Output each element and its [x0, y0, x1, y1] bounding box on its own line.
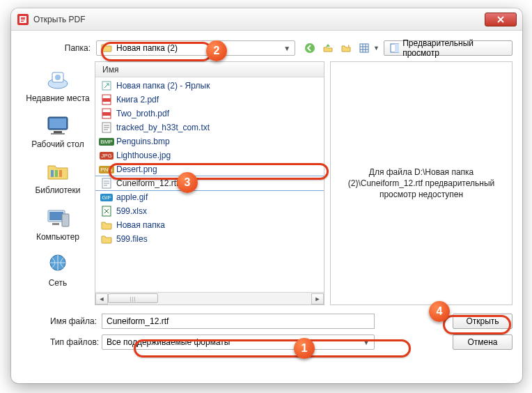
- file-name: Two_broth.pdf: [116, 109, 169, 118]
- file-item[interactable]: 599.files: [95, 232, 324, 246]
- sidebar-item-desktop[interactable]: Рабочий стол: [24, 113, 91, 149]
- file-list: Имя Новая папка (2) - ЯрлыкКнига 2.pdfTw…: [95, 61, 324, 305]
- folder-icon: [101, 43, 112, 54]
- filetype-value: Все поддерживаемые форматы: [107, 337, 230, 347]
- svg-rect-24: [102, 112, 111, 116]
- file-list-header[interactable]: Имя: [95, 62, 324, 77]
- filetype-label: Тип файлов:: [21, 337, 102, 347]
- preview-pane: Для файла D:\Новая папка (2)\Cuneiform_1…: [330, 61, 513, 305]
- filename-input[interactable]: [102, 314, 375, 329]
- file-name: Новая папка (2) - Ярлык: [116, 81, 210, 91]
- nav-up-button[interactable]: [320, 40, 336, 56]
- app-icon: [17, 13, 29, 26]
- file-icon: [101, 108, 112, 119]
- filename-label: Имя файла:: [21, 316, 102, 326]
- chevron-down-icon: ▼: [363, 339, 370, 346]
- file-item[interactable]: Книга 2.pdf: [95, 93, 324, 107]
- preview-toggle-button[interactable]: Предварительный просмотр: [384, 40, 513, 56]
- file-item[interactable]: PNGDesert.png: [95, 162, 324, 176]
- svg-rect-4: [395, 44, 399, 52]
- svg-point-7: [55, 75, 61, 80]
- chevron-down-icon: ▼: [373, 45, 380, 52]
- svg-rect-16: [49, 212, 63, 220]
- file-icon: [101, 233, 112, 245]
- nav-view-button[interactable]: [357, 40, 372, 56]
- folder-name: Новая папка (2): [116, 43, 178, 53]
- file-icon: [101, 178, 112, 189]
- folder-label: Папка:: [21, 43, 96, 53]
- file-icon: [101, 94, 112, 105]
- file-item[interactable]: tracked_by_h33t_com.txt: [95, 121, 324, 134]
- recent-icon: [44, 67, 72, 92]
- chevron-down-icon: ▼: [283, 45, 290, 52]
- file-name: Penguins.bmp: [116, 137, 170, 146]
- file-name: tracked_by_h33t_com.txt: [116, 123, 210, 132]
- cancel-button[interactable]: Отмена: [453, 334, 513, 350]
- sidebar-item-computer[interactable]: Компьютер: [24, 206, 91, 242]
- svg-rect-2: [360, 44, 368, 52]
- horizontal-scrollbar[interactable]: ◄ ||| ►: [95, 292, 324, 305]
- close-button[interactable]: [485, 13, 517, 26]
- folder-combo[interactable]: Новая папка (2) ▼: [96, 40, 295, 56]
- file-icon: [101, 219, 112, 231]
- file-icon: [101, 122, 112, 133]
- preview-icon: [390, 43, 399, 53]
- svg-rect-17: [62, 214, 69, 226]
- svg-rect-18: [52, 223, 59, 225]
- libraries-icon: [44, 159, 72, 184]
- sidebar-item-network[interactable]: Сеть: [24, 252, 91, 288]
- file-item[interactable]: 599.xlsx: [95, 204, 324, 218]
- open-button[interactable]: Открыть: [453, 314, 513, 329]
- sidebar-item-libraries[interactable]: Библиотеки: [24, 159, 91, 195]
- window-title: Открыть PDF: [33, 15, 485, 24]
- places-sidebar: Недавние места Рабочий стол Библиотеки К…: [21, 61, 95, 305]
- dialog-window: Открыть PDF Папка: Новая папка (2) ▼ ▼: [11, 8, 522, 383]
- filetype-combo[interactable]: Все поддерживаемые форматы ▼: [102, 334, 375, 350]
- file-item[interactable]: Новая папка (2) - Ярлык: [95, 79, 324, 93]
- svg-rect-14: [59, 170, 62, 177]
- file-icon: JPG: [101, 150, 112, 161]
- preview-button-label: Предварительный просмотр: [402, 38, 506, 58]
- file-name: Lighthouse.jpg: [116, 151, 171, 160]
- file-icon: [101, 80, 112, 91]
- file-item[interactable]: GIFapple.gif: [95, 190, 324, 204]
- nav-newfolder-button[interactable]: [338, 40, 354, 56]
- file-item[interactable]: Новая папка: [95, 218, 324, 232]
- file-icon: [101, 206, 112, 217]
- svg-rect-22: [102, 98, 111, 102]
- svg-rect-12: [51, 170, 54, 177]
- svg-rect-13: [55, 170, 58, 177]
- file-item[interactable]: Cuneiform_12.rtf: [95, 176, 324, 190]
- file-name: Книга 2.pdf: [116, 95, 159, 105]
- svg-point-1: [305, 43, 315, 53]
- file-name: Desert.png: [116, 164, 157, 174]
- file-item[interactable]: Two_broth.pdf: [95, 107, 324, 121]
- nav-back-button[interactable]: [302, 40, 318, 56]
- scroll-left-button[interactable]: ◄: [95, 293, 108, 305]
- file-item[interactable]: JPGLighthouse.jpg: [95, 148, 324, 162]
- file-name: 599.xlsx: [116, 206, 147, 216]
- file-name: Новая папка: [116, 220, 165, 230]
- sidebar-item-recent[interactable]: Недавние места: [24, 67, 91, 103]
- file-icon: GIF: [101, 192, 112, 203]
- scroll-right-button[interactable]: ►: [311, 293, 324, 305]
- computer-icon: [44, 206, 72, 231]
- titlebar: Открыть PDF: [11, 8, 522, 31]
- preview-message: Для файла D:\Новая папка (2)\Cuneiform_1…: [339, 167, 503, 201]
- file-icon: BMP: [101, 136, 112, 147]
- svg-rect-9: [49, 118, 66, 128]
- file-icon: PNG: [101, 164, 112, 175]
- desktop-icon: [44, 113, 72, 138]
- file-item[interactable]: BMPPenguins.bmp: [95, 134, 324, 148]
- file-name: apple.gif: [116, 192, 148, 202]
- svg-rect-10: [54, 131, 62, 133]
- file-name: Cuneiform_12.rtf: [116, 178, 178, 188]
- file-name: 599.files: [116, 234, 148, 244]
- network-icon: [44, 252, 72, 277]
- svg-rect-11: [51, 133, 65, 134]
